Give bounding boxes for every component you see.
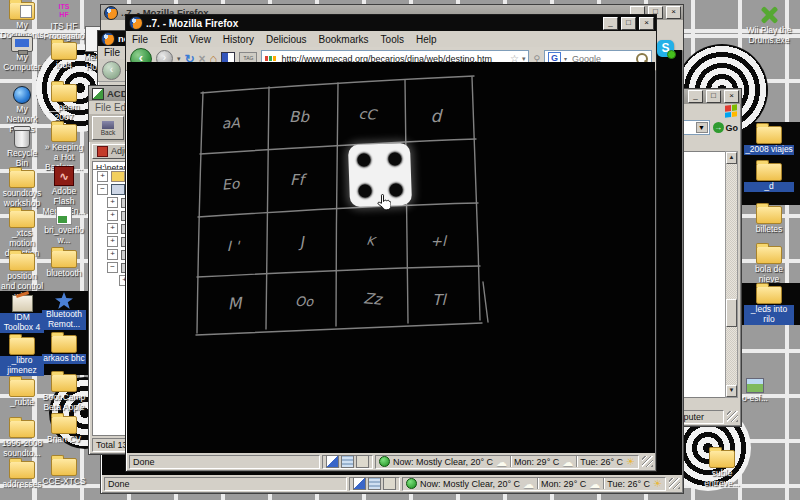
folder-icon [9,379,35,397]
tree-expand-icon[interactable]: + [107,249,118,260]
forecastfox-panel[interactable]: Now: Mostly Clear, 20° C ☁ Mon: 29° C ☁ … [402,477,666,491]
minimize-button[interactable]: _ [603,17,618,30]
grid-letter-j: J [297,233,306,252]
desktop-icon-bluetooth[interactable]: bluetooth [42,250,86,279]
menu-file[interactable]: File [104,47,120,58]
desktop-icon-d-folder[interactable]: _d [744,163,794,192]
close-button[interactable]: × [666,6,681,19]
folder-icon [9,337,35,355]
desktop-icon-bluetooth-remote[interactable]: Bluetooth Remot... [42,292,86,330]
mail-icon[interactable] [383,477,396,490]
toolbox-icon [12,295,33,312]
desktop-icon-libro-jimenez[interactable]: _libro jimenez [0,337,44,376]
folder-icon [756,163,782,181]
icon-label: suble entreve... [696,469,748,489]
folder-icon [9,170,35,188]
folder-icon [709,450,735,468]
cloud-icon: ☁ [589,479,600,489]
resize-grip[interactable] [669,478,680,489]
tree-expand-icon[interactable]: + [97,171,108,182]
menu-view[interactable]: View [189,34,211,45]
maximize-button[interactable]: □ [706,90,721,103]
addon-icon[interactable] [341,455,354,468]
tree-expand-icon[interactable]: + [107,210,118,221]
my-documents-icon [9,2,35,20]
desktop-icon-billetes[interactable]: billetes [744,206,794,235]
addon-icon[interactable] [326,455,339,468]
icon-label: 1996-2008 soundto... [0,439,44,459]
status-text: Done [104,477,347,491]
dropdown-arrow-icon[interactable]: ▼ [696,122,708,133]
go-button[interactable]: → Go [713,122,739,133]
menu-bookmarks[interactable]: Bookmarks [319,34,369,45]
ie-scrollbar[interactable]: ▲ ▼ [725,151,738,398]
page-content: aA Bb cC d Eo Ff I ' J K +l M Oo Zz Tl [127,62,655,455]
minimize-button[interactable]: _ [688,90,703,103]
desktop-icon-soundtoys-workshop[interactable]: soundtoys workshop [0,170,44,209]
resize-grip[interactable] [642,456,653,467]
grid-letter-i: I ' [227,238,242,254]
separator [510,456,511,467]
grid-line [197,92,203,333]
folder-icon [9,210,35,228]
menu-delicious[interactable]: Delicious [266,34,307,45]
back-icon[interactable]: ‹ [102,61,121,80]
desktop-icon-xtcs-motion-detection[interactable]: _xtcs motion detection [0,210,44,258]
desktop-icon-rubte[interactable]: _rubte [0,379,44,408]
scroll-down-arrow[interactable]: ▼ [726,385,737,397]
menu-file[interactable]: File [132,34,148,45]
resize-grip[interactable] [727,411,738,422]
icon-label: billetes [744,225,794,235]
close-button[interactable]: × [639,17,654,30]
desktop-icon-bri-overflow[interactable]: bri_overflow... [42,206,86,246]
tree-collapse-icon[interactable]: − [97,184,108,195]
desktop-icon-arkaos-bhc[interactable]: arkaos bhc [42,335,86,364]
forecastfox-panel[interactable]: Now: Mostly Clear, 20° C ☁ Mon: 29° C ☁ … [375,455,639,469]
icon-label: _rubte [0,398,44,408]
desktop-icon-wii-play-drums[interactable]: Wii Play the Drums.exe [744,5,794,46]
desktop-icon-brian-cv[interactable]: Brian CV [42,416,86,445]
tree-expand-icon[interactable]: + [107,197,118,208]
addon-icon[interactable] [353,477,366,490]
tree-collapse-icon[interactable]: − [107,262,118,273]
desktop-icon-recycle-bin[interactable]: Recycle Bin [0,128,44,169]
scroll-up-arrow[interactable]: ▲ [726,152,737,164]
mail-icon[interactable] [356,455,369,468]
tree-expand-icon[interactable]: + [107,236,118,247]
weather-tuesday: Tue: 26° C [580,457,623,467]
desktop-icon-leds-into-rilo[interactable]: _leds into rilo [744,286,794,325]
scrollbar-thumb[interactable] [726,299,737,327]
desktop-icon-cce-xtcs[interactable]: CCE-XTCS [42,458,86,487]
menu-tools[interactable]: Tools [381,34,404,45]
search-engine-dropdown-icon[interactable]: ▾ [564,55,567,62]
close-button[interactable]: × [724,90,739,103]
menu-edit[interactable]: Edit [160,34,177,45]
tree-expand-icon[interactable]: + [107,223,118,234]
statusbar-addon-icons [322,455,373,469]
back-button[interactable]: Back [92,116,124,140]
maximize-button[interactable]: □ [621,17,636,30]
desktop-icon-addresses[interactable]: addresses [0,461,44,490]
desktop-icon-my-documents[interactable]: My Documents [0,2,44,41]
desktop-icon-suble-entreve[interactable]: suble entreve... [696,450,748,489]
weather-monday: Mon: 29° C [514,457,559,467]
desktop-icon-bola-de-nieve[interactable]: bola de nieve [744,246,794,285]
addon-icon[interactable] [368,477,381,490]
desktop-icon-1996-2008[interactable]: 1996-2008 soundto... [0,420,44,459]
menu-history[interactable]: History [223,34,254,45]
grid-letter-e: Eo [221,175,241,193]
desktop-icon-idm-toolbox[interactable]: IDM Toolbox 4 [0,295,44,333]
desktop-icon-2008-viajes[interactable]: _2008 viajes [744,126,794,155]
dice-pip [358,184,371,197]
icon-label: bri_overflow... [42,226,86,246]
hand-drawn-grid: aA Bb cC d Eo Ff I ' J K +l M Oo Zz Tl [127,62,651,452]
menu-help[interactable]: Help [416,34,437,45]
grid-letter-o: Oo [295,294,314,309]
desktop-icon-peam-2007[interactable]: __peam 2007 [42,84,86,123]
desktop-icon-my-computer[interactable]: My Computer [0,36,44,73]
skype-icon[interactable]: S [657,40,674,57]
icon-label: _2008 viajes [744,145,794,155]
weather-tuesday: Tue: 26° C [607,479,650,489]
acdsee-icon [92,88,104,100]
folder-icon [756,126,782,144]
